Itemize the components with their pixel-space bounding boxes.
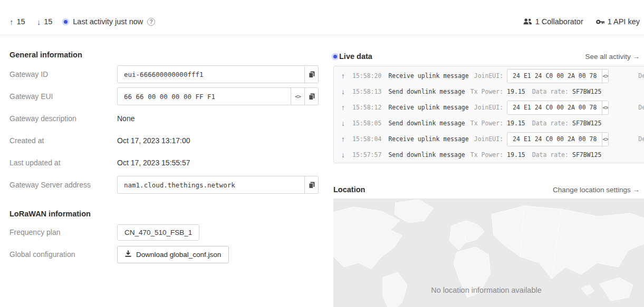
event-field-key: Data rate: — [532, 151, 569, 159]
download-global-conf-button[interactable]: Download global_conf.json — [117, 246, 229, 263]
download-icon — [125, 250, 131, 259]
info-row-last-updated-at: Last updated atOct 17, 2023 15:55:57 — [9, 152, 319, 174]
gateway-status-bar: ↑ 15 ↓ 15 Last activity just now ? 1 Col… — [0, 0, 644, 35]
log-event: ↑15:58:20Receive uplink messageJoinEUI:2… — [334, 68, 644, 84]
downlink-arrow-icon: ↓ — [341, 120, 349, 127]
event-field-value: 19.15 — [507, 151, 525, 159]
location-title: Location — [333, 185, 365, 194]
no-location-message: No location information available — [333, 286, 639, 294]
frequency-plan-row: Frequency plan CN_470_510_FSB_1 — [9, 221, 319, 243]
live-data-title: Live data — [339, 52, 372, 61]
uplink-count-value: 15 — [17, 17, 25, 26]
event-time: 15:58:05 — [352, 120, 381, 127]
event-field-value: SF7BW125 — [572, 120, 601, 127]
event-message: Send downlink message — [388, 151, 465, 159]
event-field-key: Tx Power: — [470, 88, 503, 95]
api-key-icon — [596, 19, 604, 25]
info-row-created-at: Created atOct 17, 2023 13:17:00 — [9, 130, 319, 152]
input-value: eui-666600000000fff1 — [118, 66, 304, 83]
info-row-gateway-eui: Gateway EUI66 66 00 00 00 00 FF F1<> — [9, 85, 319, 107]
downlink-count: ↓ 15 — [37, 17, 53, 26]
copy-icon-button[interactable] — [609, 70, 609, 83]
copy-icon-button[interactable] — [304, 66, 318, 83]
download-button-label: Download global_conf.json — [136, 251, 221, 259]
info-row-gateway-server-address: Gateway Server addressnam1.cloud.thethin… — [9, 174, 319, 196]
copy-icon-button[interactable] — [609, 133, 609, 146]
event-field-key: Tx Power: — [470, 120, 503, 127]
event-field-value: 19.15 — [507, 120, 525, 127]
field-label: Gateway Server address — [9, 181, 117, 189]
info-row-gateway-description: Gateway descriptionNone — [9, 107, 319, 130]
uplink-count: ↑ 15 — [9, 17, 25, 26]
event-field-key: Data rate: — [532, 88, 569, 95]
api-keys-link[interactable]: 1 API key — [596, 17, 640, 26]
event-message: Receive uplink message — [388, 104, 468, 111]
lorawan-information-title: LoRaWAN information — [9, 210, 319, 218]
code-toggle-button[interactable]: <> — [602, 133, 608, 146]
collaborators-icon — [523, 18, 532, 25]
uplink-arrow-icon: ↑ — [341, 135, 349, 143]
gateway-info-column: General information Gateway IDeui-666600… — [9, 51, 319, 265]
field-label: Gateway ID — [9, 70, 117, 78]
downlink-arrow-icon: ↓ — [37, 18, 41, 26]
collaborators-link[interactable]: 1 Collaborator — [523, 17, 583, 26]
event-field-value: 19.15 — [507, 88, 525, 95]
uplink-arrow-icon: ↑ — [9, 18, 14, 26]
event-truncated-field: Dev — [638, 72, 644, 80]
api-keys-label: 1 API key — [608, 17, 640, 26]
event-field-value: SF7BW125 — [572, 151, 601, 159]
change-location-settings-link[interactable]: Change location settings → — [553, 186, 640, 194]
location-header: Location Change location settings → — [333, 185, 640, 194]
see-all-activity-link[interactable]: See all activity → — [585, 53, 640, 61]
info-row-gateway-id: Gateway IDeui-666600000000fff1 — [9, 63, 319, 85]
field-value: Oct 17, 2023 13:17:00 — [117, 136, 190, 145]
copy-icon-button[interactable] — [304, 88, 318, 105]
event-field-key: JoinEUI: — [474, 104, 503, 111]
event-message: Receive uplink message — [388, 135, 468, 143]
event-truncated-field: Dev — [638, 104, 644, 111]
log-event: ↓15:58:13Send downlink messageTx Power:1… — [334, 84, 644, 100]
code-toggle-button[interactable]: <> — [602, 101, 608, 114]
event-field-boxed-value: 24 E1 24 C0 00 2A 00 78<> — [507, 101, 609, 115]
input-value: nam1.cloud.thethings.network — [118, 176, 304, 193]
log-event: ↓15:57:57Send downlink messageTx Power:1… — [334, 147, 644, 163]
boxed-value-text: 24 E1 24 C0 00 2A 00 78 — [507, 101, 602, 114]
log-event: ↑15:58:04Receive uplink messageJoinEUI:2… — [334, 131, 644, 147]
event-field-key: Tx Power: — [470, 151, 503, 159]
input-value: 66 66 00 00 00 00 FF F1 — [118, 88, 291, 105]
event-field-boxed-value: 24 E1 24 C0 00 2A 00 78<> — [507, 132, 609, 146]
event-field-key: Data rate: — [532, 120, 569, 127]
copy-icon-button[interactable] — [609, 101, 609, 114]
frequency-plan-value: CN_470_510_FSB_1 — [117, 224, 199, 241]
event-message: Send downlink message — [388, 88, 465, 95]
help-icon[interactable]: ? — [147, 18, 155, 26]
gateway-eui-input[interactable]: 66 66 00 00 00 00 FF F1<> — [117, 87, 319, 105]
gateway-traffic-stats: ↑ 15 ↓ 15 Last activity just now ? — [9, 17, 155, 26]
event-time: 15:58:13 — [352, 88, 381, 95]
frequency-plan-label: Frequency plan — [9, 228, 117, 236]
last-activity-status: Last activity just now ? — [64, 17, 155, 26]
field-value: None — [117, 114, 134, 123]
general-information-title: General information — [9, 51, 319, 59]
event-time: 15:58:04 — [352, 135, 381, 143]
code-toggle-button[interactable]: <> — [602, 70, 608, 83]
global-configuration-row: Global configuration Download global_con… — [9, 243, 319, 265]
field-label: Gateway EUI — [9, 92, 117, 101]
boxed-value-text: 24 E1 24 C0 00 2A 00 78 — [507, 70, 602, 83]
event-time: 15:58:20 — [352, 72, 381, 80]
live-data-feed[interactable]: ↑15:58:20Receive uplink messageJoinEUI:2… — [333, 66, 644, 163]
event-field-value: SF7BW125 — [572, 88, 601, 95]
log-event: ↑15:58:12Receive uplink messageJoinEUI:2… — [334, 100, 644, 115]
gateway-server-address-input[interactable]: nam1.cloud.thethings.network — [117, 176, 319, 194]
event-message: Receive uplink message — [388, 72, 468, 80]
field-value: Oct 17, 2023 15:55:57 — [117, 159, 190, 167]
general-information-rows: Gateway IDeui-666600000000fff1Gateway EU… — [9, 63, 319, 196]
gateway-id-input[interactable]: eui-666600000000fff1 — [117, 65, 319, 83]
event-time: 15:57:57 — [352, 151, 381, 159]
live-data-header: Live data See all activity → — [333, 52, 640, 61]
event-field-key: JoinEUI: — [474, 135, 503, 143]
global-configuration-label: Global configuration — [9, 250, 117, 259]
field-label: Last updated at — [9, 159, 117, 167]
code-toggle-button[interactable]: <> — [291, 88, 304, 105]
copy-icon-button[interactable] — [304, 176, 318, 193]
